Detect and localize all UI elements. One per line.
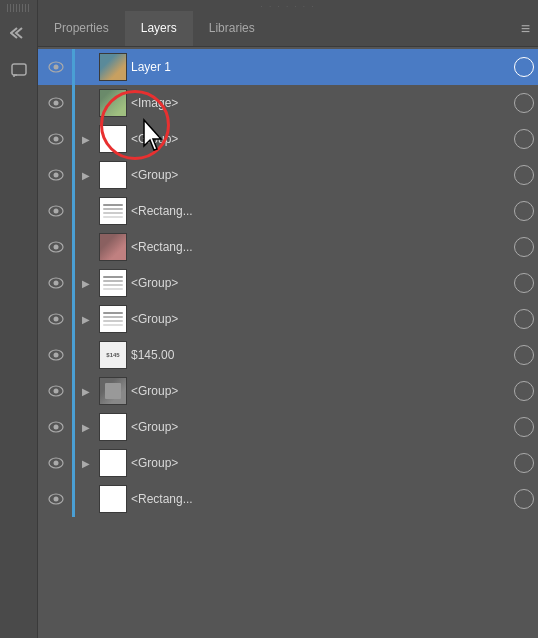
visibility-toggle-group2[interactable]: [42, 169, 70, 181]
layer-thumbnail-rect3: [99, 485, 127, 513]
layer-name-group3: <Group>: [131, 276, 510, 290]
layers-panel: Layer 1 <Image> ▶<Group> ▶<Group> <Recta…: [38, 47, 538, 638]
layer-thumbnail-group1: [99, 125, 127, 153]
svg-point-16: [54, 317, 59, 322]
expand-arrow-group1[interactable]: ▶: [77, 134, 95, 145]
layer-thumbnail-group5: [99, 377, 127, 405]
visibility-toggle-rect3[interactable]: [42, 493, 70, 505]
tabs-row: Properties Layers Libraries ≡: [38, 11, 538, 47]
layer-row-group7[interactable]: ▶<Group>: [38, 445, 538, 481]
layer-row-rect1[interactable]: <Rectang...: [38, 193, 538, 229]
target-circle-group3[interactable]: [514, 273, 534, 293]
expand-arrow-group3[interactable]: ▶: [77, 278, 95, 289]
drag-handle: [7, 4, 31, 12]
layer-name-image1: <Image>: [131, 96, 510, 110]
layer-name-group2: <Group>: [131, 168, 510, 182]
indent-bar-group3: [72, 265, 75, 301]
indent-bar-group1: [72, 121, 75, 157]
layer-row-group5[interactable]: ▶ <Group>: [38, 373, 538, 409]
layer-thumbnail-group2: [99, 161, 127, 189]
target-circle-image1[interactable]: [514, 93, 534, 113]
target-circle-group5[interactable]: [514, 381, 534, 401]
svg-point-4: [54, 101, 59, 106]
svg-point-14: [54, 281, 59, 286]
layer-row-group3[interactable]: ▶ <Group>: [38, 265, 538, 301]
svg-point-2: [54, 65, 59, 70]
indent-bar-price: [72, 337, 75, 373]
target-circle-rect3[interactable]: [514, 489, 534, 509]
app-container: · · · · · · · Properties Layers Librarie…: [0, 0, 538, 638]
layer-row-image1[interactable]: <Image>: [38, 85, 538, 121]
visibility-toggle-rect1[interactable]: [42, 205, 70, 217]
svg-point-12: [54, 245, 59, 250]
layer-row-group4[interactable]: ▶ <Group>: [38, 301, 538, 337]
expand-arrow-group4[interactable]: ▶: [77, 314, 95, 325]
layer-name-price: $145.00: [131, 348, 510, 362]
visibility-toggle-group6[interactable]: [42, 421, 70, 433]
svg-point-24: [54, 461, 59, 466]
layer-name-layer1: Layer 1: [131, 60, 510, 74]
visibility-toggle-image1[interactable]: [42, 97, 70, 109]
layer-thumbnail-group7: [99, 449, 127, 477]
layer-row-group1[interactable]: ▶<Group>: [38, 121, 538, 157]
layer-name-group5: <Group>: [131, 384, 510, 398]
target-circle-layer1[interactable]: [514, 57, 534, 77]
comment-button[interactable]: [4, 56, 34, 86]
svg-point-6: [54, 137, 59, 142]
layer-name-group7: <Group>: [131, 456, 510, 470]
layer-thumbnail-image1: [99, 89, 127, 117]
target-circle-group1[interactable]: [514, 129, 534, 149]
collapse-button[interactable]: [4, 18, 34, 48]
layer-row-layer1[interactable]: Layer 1: [38, 49, 538, 85]
panel-drag-handle: · · · · · · ·: [38, 0, 538, 11]
visibility-toggle-group7[interactable]: [42, 457, 70, 469]
tab-properties[interactable]: Properties: [38, 11, 125, 46]
layer-name-group1: <Group>: [131, 132, 510, 146]
svg-point-10: [54, 209, 59, 214]
indent-bar-rect1: [72, 193, 75, 229]
layer-row-rect2[interactable]: <Rectang...: [38, 229, 538, 265]
layer-name-rect2: <Rectang...: [131, 240, 510, 254]
layer-row-price[interactable]: $145 $145.00: [38, 337, 538, 373]
svg-point-22: [54, 425, 59, 430]
layer-row-group6[interactable]: ▶<Group>: [38, 409, 538, 445]
layer-thumbnail-rect1: [99, 197, 127, 225]
layer-thumbnail-group6: [99, 413, 127, 441]
layer-thumbnail-group3: [99, 269, 127, 297]
visibility-toggle-layer1[interactable]: [42, 61, 70, 73]
visibility-toggle-group4[interactable]: [42, 313, 70, 325]
svg-point-20: [54, 389, 59, 394]
target-circle-group4[interactable]: [514, 309, 534, 329]
visibility-toggle-group1[interactable]: [42, 133, 70, 145]
indent-bar-group7: [72, 445, 75, 481]
target-circle-rect2[interactable]: [514, 237, 534, 257]
visibility-toggle-group3[interactable]: [42, 277, 70, 289]
target-circle-group6[interactable]: [514, 417, 534, 437]
drag-dots: · · · · · · ·: [261, 2, 316, 11]
layer-name-rect3: <Rectang...: [131, 492, 510, 506]
svg-point-8: [54, 173, 59, 178]
indent-bar-group5: [72, 373, 75, 409]
left-toolbar: [0, 0, 38, 638]
expand-arrow-group7[interactable]: ▶: [77, 458, 95, 469]
visibility-toggle-rect2[interactable]: [42, 241, 70, 253]
layer-row-group2[interactable]: ▶<Group>: [38, 157, 538, 193]
tab-layers[interactable]: Layers: [125, 11, 193, 46]
visibility-toggle-price[interactable]: [42, 349, 70, 361]
layer-thumbnail-group4: [99, 305, 127, 333]
indent-bar-layer1: [72, 49, 75, 85]
panel-menu-button[interactable]: ≡: [521, 21, 530, 37]
visibility-toggle-group5[interactable]: [42, 385, 70, 397]
tab-libraries[interactable]: Libraries: [193, 11, 271, 46]
expand-arrow-group5[interactable]: ▶: [77, 386, 95, 397]
target-circle-price[interactable]: [514, 345, 534, 365]
layer-row-rect3[interactable]: <Rectang...: [38, 481, 538, 517]
layer-thumbnail-rect2: [99, 233, 127, 261]
target-circle-group2[interactable]: [514, 165, 534, 185]
expand-arrow-group6[interactable]: ▶: [77, 422, 95, 433]
target-circle-group7[interactable]: [514, 453, 534, 473]
expand-arrow-group2[interactable]: ▶: [77, 170, 95, 181]
layer-name-group4: <Group>: [131, 312, 510, 326]
target-circle-rect1[interactable]: [514, 201, 534, 221]
svg-rect-0: [12, 64, 26, 75]
